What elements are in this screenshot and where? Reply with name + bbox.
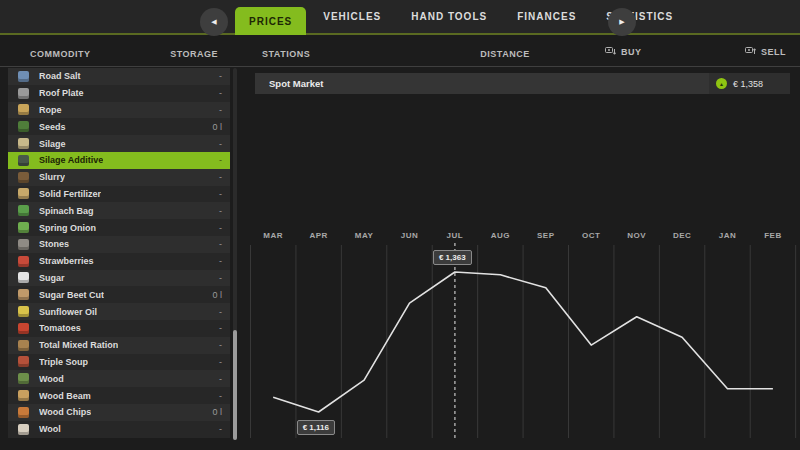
list-item-sunflower-oil[interactable]: Sunflower Oil- — [8, 303, 230, 320]
tab-vehicles[interactable]: VEHICLES — [310, 0, 394, 33]
storage-value: - — [219, 155, 222, 165]
list-item-wool[interactable]: Wool- — [8, 421, 230, 438]
list-item-wood[interactable]: Wood- — [8, 370, 230, 387]
list-item-spring-onion[interactable]: Spring Onion- — [8, 219, 230, 236]
list-item-spinach-bag[interactable]: Spinach Bag- — [8, 202, 230, 219]
commodity-label: Silage Additive — [39, 155, 103, 165]
nav-prev-button[interactable]: ◀ — [200, 8, 228, 36]
tab-hand-tools[interactable]: HAND TOOLS — [398, 0, 500, 33]
price-history-chart: MARAPRMAYJUNJULAUGSEPOCTNOVDECJANFEB € 1… — [248, 225, 800, 440]
price-trend-up-icon: ▲ — [716, 78, 727, 89]
spot-market-row[interactable]: Spot Market - ▲ € 1,358 — [255, 73, 790, 94]
storage-value: - — [219, 391, 222, 401]
commodity-label: Sugar Beet Cut — [39, 290, 104, 300]
month-label: FEB — [764, 231, 782, 240]
commodity-label: Wood Beam — [39, 391, 91, 401]
storage-value: - — [219, 71, 222, 81]
list-item-total-mixed-ration[interactable]: Total Mixed Ration- — [8, 337, 230, 354]
buy-column-header: BUY — [605, 46, 642, 57]
list-item-solid-fertilizer[interactable]: Solid Fertilizer- — [8, 186, 230, 203]
commodity-label: Wool — [39, 424, 61, 434]
list-item-stones[interactable]: Stones- — [8, 236, 230, 253]
list-item-sugar-beet-cut[interactable]: Sugar Beet Cut0 l — [8, 286, 230, 303]
silage-additive-icon — [18, 155, 29, 166]
commodity-scrollbar[interactable] — [233, 68, 237, 440]
storage-value: - — [219, 88, 222, 98]
table-header: COMMODITY STORAGE STATIONS DISTANCE BUY … — [0, 35, 800, 67]
tab-finances[interactable]: FINANCES — [504, 0, 589, 33]
storage-value: - — [219, 340, 222, 350]
month-label: JUN — [401, 231, 419, 240]
sugar-icon — [18, 272, 29, 283]
list-item-slurry[interactable]: Slurry- — [8, 169, 230, 186]
sell-money-up-icon — [745, 46, 756, 57]
commodity-label: Spring Onion — [39, 223, 96, 233]
commodity-label: Stones — [39, 239, 69, 249]
distance-column-header: DISTANCE — [455, 49, 555, 59]
month-label: OCT — [582, 231, 600, 240]
storage-value: - — [219, 223, 222, 233]
list-item-tomatoes[interactable]: Tomatoes- — [8, 320, 230, 337]
month-label: MAR — [263, 231, 283, 240]
commodity-label: Sugar — [39, 273, 65, 283]
month-label: MAY — [355, 231, 374, 240]
sell-price: € 1,358 — [733, 79, 763, 89]
list-item-silage[interactable]: Silage- — [8, 135, 230, 152]
solid-fertilizer-icon — [18, 188, 29, 199]
commodity-list: Road Salt-Roof Plate-Rope-Seeds0 lSilage… — [8, 68, 230, 438]
storage-value: 0 l — [212, 407, 222, 417]
month-label: APR — [309, 231, 327, 240]
commodity-label: Silage — [39, 139, 66, 149]
left-arrow-icon: ◀ — [211, 18, 216, 26]
list-item-wood-chips[interactable]: Wood Chips0 l — [8, 404, 230, 421]
storage-value: - — [219, 424, 222, 434]
nav-next-button[interactable]: ▶ — [608, 8, 636, 36]
storage-value: - — [219, 139, 222, 149]
strawberries-icon — [18, 256, 29, 267]
right-arrow-icon: ▶ — [619, 18, 624, 26]
list-item-rope[interactable]: Rope- — [8, 102, 230, 119]
list-item-strawberries[interactable]: Strawberries- — [8, 253, 230, 270]
commodity-label: Slurry — [39, 172, 65, 182]
sell-price-cell: ▲ € 1,358 — [709, 73, 790, 94]
wool-icon — [18, 424, 29, 435]
scrollbar-thumb[interactable] — [233, 330, 237, 440]
top-nav-bar: ◀ PRICESVEHICLESHAND TOOLSFINANCESSTATIS… — [0, 0, 800, 35]
storage-value: - — [219, 273, 222, 283]
commodity-label: Tomatoes — [39, 323, 81, 333]
list-item-roof-plate[interactable]: Roof Plate- — [8, 85, 230, 102]
station-name: Spot Market — [269, 78, 323, 89]
commodity-label: Road Salt — [39, 71, 81, 81]
peak-price-tooltip: € 1,363 — [433, 250, 472, 265]
storage-value: - — [219, 189, 222, 199]
prices-screen: ◀ PRICESVEHICLESHAND TOOLSFINANCESSTATIS… — [0, 0, 800, 450]
month-label: NOV — [627, 231, 646, 240]
month-label: JUL — [447, 231, 464, 240]
wood-beam-icon — [18, 390, 29, 401]
spring-onion-icon — [18, 222, 29, 233]
tab-statistics[interactable]: STATISTICS — [593, 0, 686, 33]
list-item-road-salt[interactable]: Road Salt- — [8, 68, 230, 85]
tab-prices[interactable]: PRICES — [235, 7, 306, 35]
month-label: AUG — [491, 231, 510, 240]
list-item-sugar[interactable]: Sugar- — [8, 270, 230, 287]
list-item-wood-beam[interactable]: Wood Beam- — [8, 387, 230, 404]
month-label: SEP — [537, 231, 555, 240]
storage-column-header: STORAGE — [150, 49, 218, 59]
min-price-label: € 1,116 — [297, 420, 335, 435]
commodity-label: Triple Soup — [39, 357, 88, 367]
commodity-label: Rope — [39, 105, 62, 115]
storage-value: - — [219, 323, 222, 333]
commodity-label: Sunflower Oil — [39, 307, 97, 317]
stones-icon — [18, 239, 29, 250]
list-item-seeds[interactable]: Seeds0 l — [8, 118, 230, 135]
storage-value: - — [219, 172, 222, 182]
storage-value: - — [219, 206, 222, 216]
tomatoes-icon — [18, 323, 29, 334]
commodity-label: Spinach Bag — [39, 206, 94, 216]
total-mixed-ration-icon — [18, 340, 29, 351]
list-item-triple-soup[interactable]: Triple Soup- — [8, 354, 230, 371]
storage-value: - — [219, 105, 222, 115]
stations-column-header: STATIONS — [262, 49, 310, 59]
list-item-silage-additive[interactable]: Silage Additive- — [8, 152, 230, 169]
